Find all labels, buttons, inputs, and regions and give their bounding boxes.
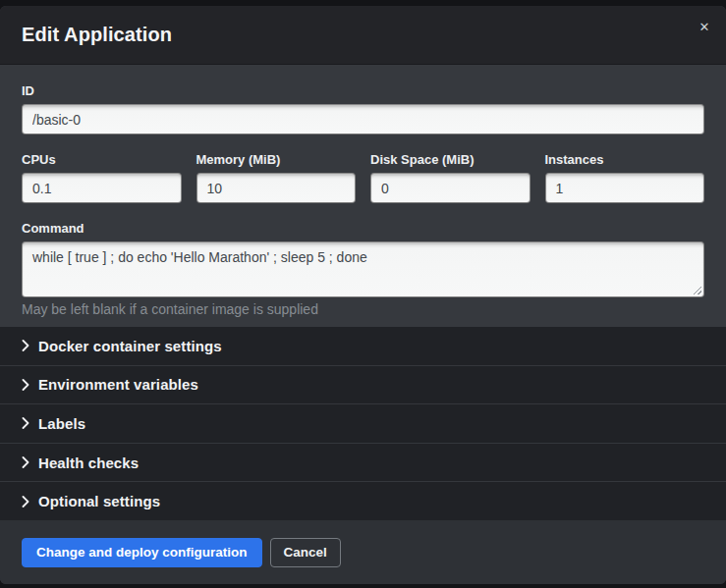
command-label: Command xyxy=(22,221,704,236)
modal-header: Edit Application ✕ xyxy=(0,6,726,65)
modal-footer: Change and deploy configuration Cancel xyxy=(0,520,726,584)
memory-field-group: Memory (MiB) xyxy=(196,152,357,203)
disk-label: Disk Space (MiB) xyxy=(370,152,531,167)
cpus-label: CPUs xyxy=(22,152,182,167)
section-label: Environment variables xyxy=(38,376,198,393)
chevron-right-icon xyxy=(22,340,29,351)
memory-label: Memory (MiB) xyxy=(196,152,357,167)
command-field-group: Command while [ true ] ; do echo 'Hello … xyxy=(22,221,704,318)
close-icon[interactable]: ✕ xyxy=(696,18,713,35)
disk-input[interactable] xyxy=(370,173,531,203)
section-label: Health checks xyxy=(38,454,139,471)
cpus-input[interactable] xyxy=(22,173,182,203)
modal-body: ID CPUs Memory (MiB) Disk Space (MiB) In xyxy=(0,65,726,327)
id-field-group: ID xyxy=(22,83,704,134)
instances-field-group: Instances xyxy=(545,152,705,203)
collapsible-sections: Docker container settings Environment va… xyxy=(0,327,726,520)
cancel-button[interactable]: Cancel xyxy=(270,538,341,567)
change-and-deploy-button[interactable]: Change and deploy configuration xyxy=(22,538,262,567)
id-input[interactable] xyxy=(22,104,704,134)
section-docker-container-settings[interactable]: Docker container settings xyxy=(0,327,726,365)
section-environment-variables[interactable]: Environment variables xyxy=(0,365,726,404)
instances-label: Instances xyxy=(545,152,705,167)
chevron-right-icon xyxy=(22,456,29,468)
command-help-text: May be left blank if a container image i… xyxy=(22,301,704,318)
section-label: Optional settings xyxy=(38,493,160,509)
modal-title: Edit Application xyxy=(22,24,172,46)
id-label: ID xyxy=(22,83,704,98)
chevron-right-icon xyxy=(22,379,29,391)
resources-row: CPUs Memory (MiB) Disk Space (MiB) Insta… xyxy=(22,152,704,203)
instances-input[interactable] xyxy=(545,173,705,203)
command-textarea[interactable]: while [ true ] ; do echo 'Hello Marathon… xyxy=(22,241,704,297)
disk-field-group: Disk Space (MiB) xyxy=(370,152,531,203)
section-label: Docker container settings xyxy=(38,338,222,354)
cpus-field-group: CPUs xyxy=(22,152,182,203)
page-backdrop: Edit Application ✕ ID CPUs Memory (MiB) … xyxy=(0,0,726,588)
section-optional-settings[interactable]: Optional settings xyxy=(0,481,726,520)
edit-application-modal: Edit Application ✕ ID CPUs Memory (MiB) … xyxy=(0,6,726,584)
chevron-right-icon xyxy=(22,417,29,429)
section-label: Labels xyxy=(38,415,85,432)
section-labels[interactable]: Labels xyxy=(0,403,726,443)
memory-input[interactable] xyxy=(196,173,357,203)
section-health-checks[interactable]: Health checks xyxy=(0,443,726,482)
chevron-right-icon xyxy=(22,496,29,508)
